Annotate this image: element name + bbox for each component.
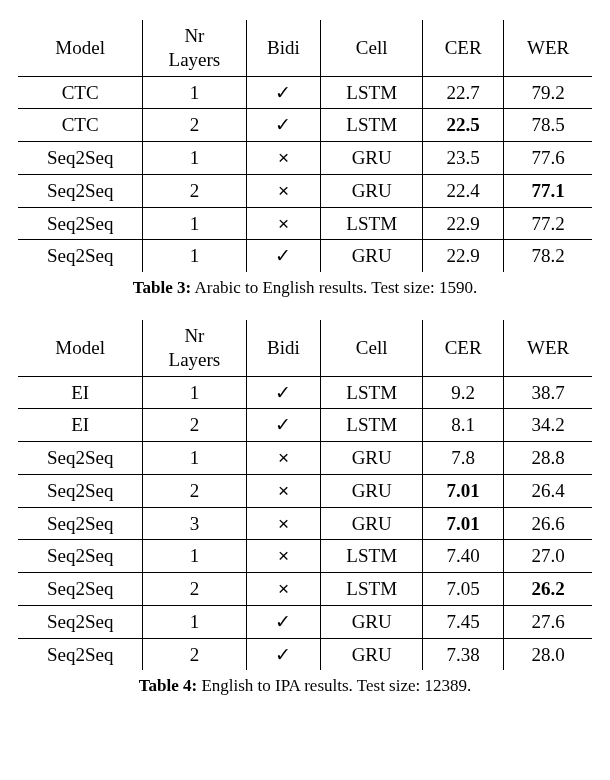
table-cell: 3: [143, 507, 246, 540]
table-cell: Seq2Seq: [18, 142, 143, 175]
table-cell: 2: [143, 174, 246, 207]
table-cell: Seq2Seq: [18, 605, 143, 638]
table-row: Seq2Seq1×LSTM7.4027.0: [18, 540, 592, 573]
table-cell: ×: [246, 142, 321, 175]
table-cell: 27.0: [504, 540, 592, 573]
column-header: Bidi: [246, 20, 321, 76]
table-cell: ✓: [246, 109, 321, 142]
table-cell: 79.2: [504, 76, 592, 109]
table-cell: LSTM: [321, 573, 423, 606]
table-cell: 23.5: [423, 142, 504, 175]
table-cell: GRU: [321, 174, 423, 207]
table-cell: EI: [18, 409, 143, 442]
table-cell: 26.4: [504, 474, 592, 507]
table-row: Seq2Seq1✓GRU22.978.2: [18, 240, 592, 272]
column-header: Cell: [321, 320, 423, 376]
table-cell: 1: [143, 605, 246, 638]
table-cell: LSTM: [321, 409, 423, 442]
table-cell: ✓: [246, 605, 321, 638]
table-cell: 7.05: [423, 573, 504, 606]
table-cell: ×: [246, 174, 321, 207]
times-icon: ×: [278, 545, 289, 566]
table-cell: 34.2: [504, 409, 592, 442]
table-cell: 77.1: [504, 174, 592, 207]
table-cell: LSTM: [321, 207, 423, 240]
table-cell: ✓: [246, 376, 321, 409]
table-cell: 77.2: [504, 207, 592, 240]
table-cell: 28.8: [504, 442, 592, 475]
paper-tables: ModelNrLayersBidiCellCERWERCTC1✓LSTM22.7…: [18, 20, 592, 696]
table-cell: 22.5: [423, 109, 504, 142]
table-cell: 1: [143, 442, 246, 475]
table-cell: 26.2: [504, 573, 592, 606]
table-row: CTC2✓LSTM22.578.5: [18, 109, 592, 142]
table-cell: 7.01: [423, 474, 504, 507]
check-icon: ✓: [275, 82, 291, 103]
table-cell: LSTM: [321, 376, 423, 409]
table-cell: Seq2Seq: [18, 573, 143, 606]
column-header: Model: [18, 20, 143, 76]
table-cell: 28.0: [504, 638, 592, 670]
table-cell: Seq2Seq: [18, 638, 143, 670]
table-row: Seq2Seq2×GRU22.477.1: [18, 174, 592, 207]
check-icon: ✓: [275, 382, 291, 403]
table-cell: ×: [246, 474, 321, 507]
table-row: Seq2Seq2✓GRU7.3828.0: [18, 638, 592, 670]
table-header-row: ModelNrLayersBidiCellCERWER: [18, 320, 592, 376]
table-cell: GRU: [321, 605, 423, 638]
caption-text: Arabic to English results. Test size: 15…: [191, 278, 477, 297]
caption-text: English to IPA results. Test size: 12389…: [197, 676, 471, 695]
table-cell: 78.5: [504, 109, 592, 142]
table-row: Seq2Seq1×GRU23.577.6: [18, 142, 592, 175]
column-header: Model: [18, 320, 143, 376]
table-cell: 2: [143, 573, 246, 606]
check-icon: ✓: [275, 611, 291, 632]
table-caption: Table 4: English to IPA results. Test si…: [18, 676, 592, 696]
table-cell: Seq2Seq: [18, 240, 143, 272]
table-cell: LSTM: [321, 109, 423, 142]
table-cell: ✓: [246, 409, 321, 442]
table-cell: ×: [246, 442, 321, 475]
column-header: WER: [504, 320, 592, 376]
table-cell: ×: [246, 573, 321, 606]
times-icon: ×: [278, 480, 289, 501]
table-cell: 22.9: [423, 207, 504, 240]
table-cell: GRU: [321, 507, 423, 540]
table-cell: GRU: [321, 442, 423, 475]
table-cell: 9.2: [423, 376, 504, 409]
table-row: Seq2Seq1✓GRU7.4527.6: [18, 605, 592, 638]
table-cell: 22.9: [423, 240, 504, 272]
table-cell: ×: [246, 507, 321, 540]
table-row: Seq2Seq1×GRU7.828.8: [18, 442, 592, 475]
table-cell: 7.45: [423, 605, 504, 638]
table-cell: 1: [143, 76, 246, 109]
column-header: CER: [423, 320, 504, 376]
table-header-row: ModelNrLayersBidiCellCERWER: [18, 20, 592, 76]
table-row: Seq2Seq2×GRU7.0126.4: [18, 474, 592, 507]
table-cell: Seq2Seq: [18, 540, 143, 573]
table-cell: Seq2Seq: [18, 474, 143, 507]
table-row: EI2✓LSTM8.134.2: [18, 409, 592, 442]
column-header: NrLayers: [143, 320, 246, 376]
check-icon: ✓: [275, 245, 291, 266]
table-cell: GRU: [321, 474, 423, 507]
times-icon: ×: [278, 180, 289, 201]
column-header: Cell: [321, 20, 423, 76]
table-cell: 22.7: [423, 76, 504, 109]
check-icon: ✓: [275, 414, 291, 435]
times-icon: ×: [278, 447, 289, 468]
table-cell: 7.40: [423, 540, 504, 573]
table-cell: 2: [143, 109, 246, 142]
table-cell: 1: [143, 142, 246, 175]
table-cell: ✓: [246, 638, 321, 670]
table-cell: LSTM: [321, 540, 423, 573]
table-cell: 78.2: [504, 240, 592, 272]
table-row: Seq2Seq1×LSTM22.977.2: [18, 207, 592, 240]
table-row: Seq2Seq3×GRU7.0126.6: [18, 507, 592, 540]
table-cell: 77.6: [504, 142, 592, 175]
table-row: Seq2Seq2×LSTM7.0526.2: [18, 573, 592, 606]
table-cell: 8.1: [423, 409, 504, 442]
table-cell: 22.4: [423, 174, 504, 207]
table-cell: ✓: [246, 240, 321, 272]
results-table-1: ModelNrLayersBidiCellCERWEREI1✓LSTM9.238…: [18, 320, 592, 670]
